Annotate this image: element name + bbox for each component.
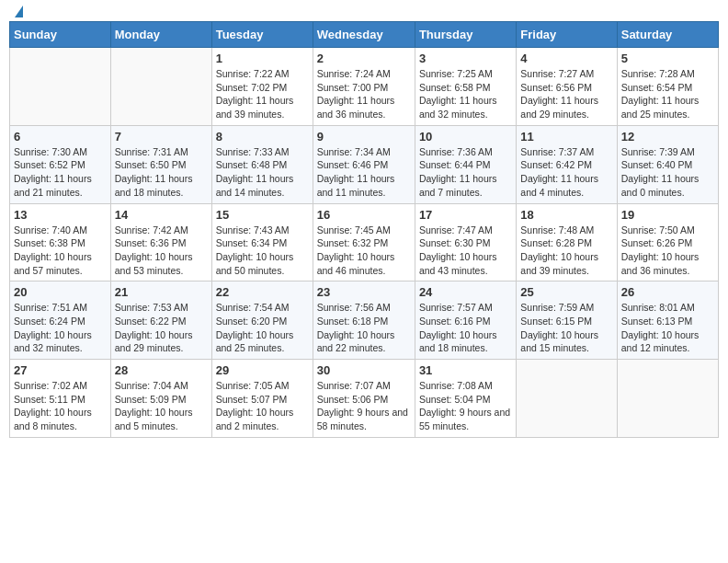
calendar-cell: 9Sunrise: 7:34 AMSunset: 6:46 PMDaylight… xyxy=(313,125,415,203)
day-info: Sunrise: 7:27 AMSunset: 6:56 PMDaylight:… xyxy=(520,67,612,121)
day-number: 6 xyxy=(14,130,107,144)
day-info: Sunrise: 7:39 AMSunset: 6:40 PMDaylight:… xyxy=(621,145,714,200)
day-info: Sunrise: 7:36 AMSunset: 6:44 PMDaylight:… xyxy=(419,145,512,200)
calendar-cell: 31Sunrise: 7:08 AMSunset: 5:04 PMDayligh… xyxy=(415,360,516,438)
calendar-cell: 19Sunrise: 7:50 AMSunset: 6:26 PMDayligh… xyxy=(617,203,718,282)
day-info: Sunrise: 7:53 AMSunset: 6:22 PMDaylight:… xyxy=(115,301,208,355)
day-number: 29 xyxy=(216,363,309,377)
day-number: 1 xyxy=(216,52,309,65)
day-info: Sunrise: 7:48 AMSunset: 6:28 PMDaylight:… xyxy=(520,224,612,278)
calendar-cell: 6Sunrise: 7:30 AMSunset: 6:52 PMDaylight… xyxy=(10,125,111,203)
day-info: Sunrise: 7:04 AMSunset: 5:09 PMDaylight:… xyxy=(115,379,208,433)
calendar-cell: 22Sunrise: 7:54 AMSunset: 6:20 PMDayligh… xyxy=(211,282,313,360)
day-number: 5 xyxy=(621,52,714,65)
day-number: 22 xyxy=(216,285,309,299)
calendar-cell: 29Sunrise: 7:05 AMSunset: 5:07 PMDayligh… xyxy=(211,360,313,438)
day-number: 11 xyxy=(520,130,612,144)
day-number: 3 xyxy=(419,52,512,65)
day-info: Sunrise: 7:43 AMSunset: 6:34 PMDaylight:… xyxy=(216,224,309,278)
weekday-header-sunday: Sunday xyxy=(10,22,111,48)
day-number: 21 xyxy=(115,285,208,299)
calendar-table: SundayMondayTuesdayWednesdayThursdayFrid… xyxy=(9,21,719,438)
calendar-cell: 25Sunrise: 7:59 AMSunset: 6:15 PMDayligh… xyxy=(517,282,617,360)
calendar-cell: 23Sunrise: 7:56 AMSunset: 6:18 PMDayligh… xyxy=(313,282,415,360)
day-info: Sunrise: 7:22 AMSunset: 7:02 PMDaylight:… xyxy=(216,67,309,121)
calendar-cell: 3Sunrise: 7:25 AMSunset: 6:58 PMDaylight… xyxy=(415,48,516,126)
calendar-cell: 20Sunrise: 7:51 AMSunset: 6:24 PMDayligh… xyxy=(10,282,111,360)
day-info: Sunrise: 7:05 AMSunset: 5:07 PMDaylight:… xyxy=(216,379,309,433)
weekday-header-tuesday: Tuesday xyxy=(211,22,313,48)
calendar-cell: 11Sunrise: 7:37 AMSunset: 6:42 PMDayligh… xyxy=(517,125,617,203)
day-info: Sunrise: 7:57 AMSunset: 6:16 PMDaylight:… xyxy=(419,301,512,355)
day-info: Sunrise: 7:47 AMSunset: 6:30 PMDaylight:… xyxy=(419,224,512,278)
weekday-header-friday: Friday xyxy=(517,22,617,48)
day-info: Sunrise: 7:54 AMSunset: 6:20 PMDaylight:… xyxy=(216,301,309,355)
day-info: Sunrise: 7:42 AMSunset: 6:36 PMDaylight:… xyxy=(115,224,208,278)
day-info: Sunrise: 7:08 AMSunset: 5:04 PMDaylight:… xyxy=(419,379,512,433)
calendar-cell: 1Sunrise: 7:22 AMSunset: 7:02 PMDaylight… xyxy=(211,48,313,126)
calendar-cell xyxy=(517,360,617,438)
calendar-cell: 15Sunrise: 7:43 AMSunset: 6:34 PMDayligh… xyxy=(211,203,313,282)
calendar-cell: 14Sunrise: 7:42 AMSunset: 6:36 PMDayligh… xyxy=(110,203,211,282)
day-number: 26 xyxy=(621,285,714,299)
day-info: Sunrise: 8:01 AMSunset: 6:13 PMDaylight:… xyxy=(621,301,714,355)
day-number: 15 xyxy=(216,208,309,222)
day-info: Sunrise: 7:40 AMSunset: 6:38 PMDaylight:… xyxy=(14,224,107,278)
day-number: 28 xyxy=(115,363,208,377)
day-number: 17 xyxy=(419,208,512,222)
day-info: Sunrise: 7:33 AMSunset: 6:48 PMDaylight:… xyxy=(216,145,309,200)
calendar-cell xyxy=(617,360,718,438)
day-number: 19 xyxy=(621,208,714,222)
day-info: Sunrise: 7:07 AMSunset: 5:06 PMDaylight:… xyxy=(317,379,411,433)
day-info: Sunrise: 7:45 AMSunset: 6:32 PMDaylight:… xyxy=(317,224,411,278)
calendar-cell: 12Sunrise: 7:39 AMSunset: 6:40 PMDayligh… xyxy=(617,125,718,203)
day-info: Sunrise: 7:31 AMSunset: 6:50 PMDaylight:… xyxy=(115,145,208,200)
day-number: 23 xyxy=(317,285,411,299)
day-number: 25 xyxy=(520,285,612,299)
page-header xyxy=(9,9,719,14)
calendar-cell: 26Sunrise: 8:01 AMSunset: 6:13 PMDayligh… xyxy=(617,282,718,360)
calendar-cell: 7Sunrise: 7:31 AMSunset: 6:50 PMDaylight… xyxy=(110,125,211,203)
day-number: 18 xyxy=(520,208,612,222)
calendar-cell xyxy=(110,48,211,126)
calendar-cell: 30Sunrise: 7:07 AMSunset: 5:06 PMDayligh… xyxy=(313,360,415,438)
day-info: Sunrise: 7:02 AMSunset: 5:11 PMDaylight:… xyxy=(14,379,107,433)
calendar-cell: 5Sunrise: 7:28 AMSunset: 6:54 PMDaylight… xyxy=(617,48,718,126)
day-number: 20 xyxy=(14,285,107,299)
day-info: Sunrise: 7:28 AMSunset: 6:54 PMDaylight:… xyxy=(621,67,714,121)
calendar-cell: 8Sunrise: 7:33 AMSunset: 6:48 PMDaylight… xyxy=(211,125,313,203)
day-number: 9 xyxy=(317,130,411,144)
weekday-header-monday: Monday xyxy=(110,22,211,48)
day-number: 24 xyxy=(419,285,512,299)
weekday-header-saturday: Saturday xyxy=(617,22,718,48)
day-number: 30 xyxy=(317,363,411,377)
calendar-cell: 21Sunrise: 7:53 AMSunset: 6:22 PMDayligh… xyxy=(110,282,211,360)
day-info: Sunrise: 7:50 AMSunset: 6:26 PMDaylight:… xyxy=(621,224,714,278)
day-info: Sunrise: 7:51 AMSunset: 6:24 PMDaylight:… xyxy=(14,301,107,355)
calendar-cell: 18Sunrise: 7:48 AMSunset: 6:28 PMDayligh… xyxy=(517,203,617,282)
day-number: 8 xyxy=(216,130,309,144)
calendar-cell xyxy=(10,48,111,126)
calendar-cell: 2Sunrise: 7:24 AMSunset: 7:00 PMDaylight… xyxy=(313,48,415,126)
calendar-cell: 24Sunrise: 7:57 AMSunset: 6:16 PMDayligh… xyxy=(415,282,516,360)
day-number: 7 xyxy=(115,130,208,144)
calendar-cell: 13Sunrise: 7:40 AMSunset: 6:38 PMDayligh… xyxy=(10,203,111,282)
day-number: 10 xyxy=(419,130,512,144)
calendar-cell: 17Sunrise: 7:47 AMSunset: 6:30 PMDayligh… xyxy=(415,203,516,282)
calendar-cell: 27Sunrise: 7:02 AMSunset: 5:11 PMDayligh… xyxy=(10,360,111,438)
calendar-cell: 4Sunrise: 7:27 AMSunset: 6:56 PMDaylight… xyxy=(517,48,617,126)
day-info: Sunrise: 7:34 AMSunset: 6:46 PMDaylight:… xyxy=(317,145,411,200)
day-number: 27 xyxy=(14,363,107,377)
day-number: 14 xyxy=(115,208,208,222)
day-info: Sunrise: 7:25 AMSunset: 6:58 PMDaylight:… xyxy=(419,67,512,121)
day-number: 16 xyxy=(317,208,411,222)
day-info: Sunrise: 7:30 AMSunset: 6:52 PMDaylight:… xyxy=(14,145,107,200)
day-info: Sunrise: 7:37 AMSunset: 6:42 PMDaylight:… xyxy=(520,145,612,200)
calendar-cell: 28Sunrise: 7:04 AMSunset: 5:09 PMDayligh… xyxy=(110,360,211,438)
weekday-header-thursday: Thursday xyxy=(415,22,516,48)
day-info: Sunrise: 7:59 AMSunset: 6:15 PMDaylight:… xyxy=(520,301,612,355)
day-number: 12 xyxy=(621,130,714,144)
day-number: 4 xyxy=(520,52,612,65)
weekday-header-wednesday: Wednesday xyxy=(313,22,415,48)
day-number: 2 xyxy=(317,52,411,65)
